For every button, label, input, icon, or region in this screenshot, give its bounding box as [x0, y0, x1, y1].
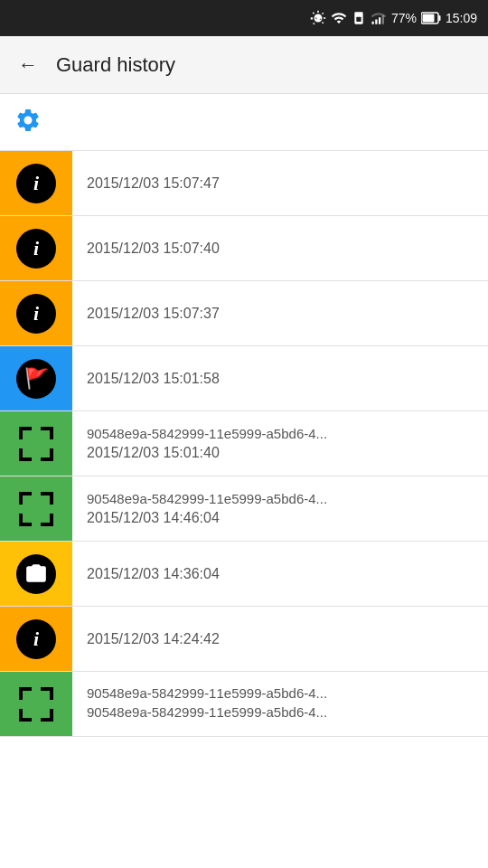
flag-icon: 🚩: [16, 359, 56, 399]
item-icon-col: i: [0, 607, 72, 671]
item-content: 2015/12/03 14:24:42: [72, 607, 488, 671]
list-item[interactable]: 2015/12/03 14:36:04: [0, 542, 488, 607]
item-content: 2015/12/03 15:07:37: [72, 281, 488, 345]
info-icon: i: [16, 229, 56, 269]
svg-rect-2: [371, 22, 373, 24]
item-icon-col: [0, 672, 72, 736]
nav-bar: ← Guard history: [0, 36, 488, 94]
item-icon-col: i: [0, 151, 72, 215]
item-timestamp: 2015/12/03 15:07:40: [87, 241, 474, 257]
item-timestamp: 2015/12/03 15:07:37: [87, 306, 474, 322]
camera-icon: [16, 554, 56, 594]
list-item[interactable]: i2015/12/03 14:24:42: [0, 607, 488, 672]
item-content: 2015/12/03 14:36:04: [72, 542, 488, 606]
item-timestamp: 2015/12/03 14:24:42: [87, 631, 474, 647]
status-icons: 77% 15:09: [310, 10, 477, 26]
battery-text: 77%: [391, 11, 417, 25]
item-icon-col: [0, 542, 72, 606]
svg-rect-1: [356, 17, 361, 22]
svg-rect-8: [422, 14, 434, 23]
status-time: 15:09: [446, 11, 477, 25]
item-uuid: 90548e9a-5842999-11e5999-a5bd6-4...: [87, 426, 474, 441]
item-timestamp: 2015/12/03 14:36:04: [87, 566, 474, 582]
scan-icon: [16, 684, 56, 724]
list-item[interactable]: i2015/12/03 15:07:40: [0, 216, 488, 281]
list-item[interactable]: 90548e9a-5842999-11e5999-a5bd6-4...2015/…: [0, 476, 488, 542]
history-list: i2015/12/03 15:07:47i2015/12/03 15:07:40…: [0, 151, 488, 737]
item-timestamp: 2015/12/03 15:07:47: [87, 175, 474, 192]
list-item[interactable]: i2015/12/03 15:07:37: [0, 281, 488, 346]
info-icon: i: [16, 619, 56, 659]
scan-icon: [16, 424, 56, 464]
list-item[interactable]: i2015/12/03 15:07:47: [0, 151, 488, 216]
svg-rect-5: [382, 15, 384, 24]
item-uuid: 90548e9a-5842999-11e5999-a5bd6-4...: [87, 685, 474, 701]
item-content: 90548e9a-5842999-11e5999-a5bd6-4...2015/…: [72, 411, 488, 476]
item-icon-col: [0, 411, 72, 476]
item-timestamp: 2015/12/03 15:01:40: [87, 445, 474, 461]
item-icon-col: i: [0, 216, 72, 280]
scan-icon: [16, 489, 56, 529]
list-item[interactable]: 🚩2015/12/03 15:01:58: [0, 346, 488, 411]
item-uuid: 90548e9a-5842999-11e5999-a5bd6-4...: [87, 491, 474, 506]
item-timestamp: 2015/12/03 14:46:04: [87, 510, 474, 526]
item-icon-col: i: [0, 281, 72, 345]
settings-row: [0, 94, 488, 151]
svg-rect-3: [375, 20, 377, 24]
svg-point-9: [42, 566, 46, 570]
item-content: 2015/12/03 15:01:58: [72, 346, 488, 410]
item-icon-col: 🚩: [0, 346, 72, 410]
list-item[interactable]: 90548e9a-5842999-11e5999-a5bd6-4...2015/…: [0, 411, 488, 476]
item-content: 2015/12/03 15:07:40: [72, 216, 488, 280]
svg-rect-4: [379, 17, 380, 24]
page-title: Guard history: [56, 53, 175, 77]
list-item[interactable]: 90548e9a-5842999-11e5999-a5bd6-4...90548…: [0, 672, 488, 737]
info-icon: i: [16, 294, 56, 334]
info-icon: i: [16, 164, 56, 203]
back-button[interactable]: ←: [14, 50, 42, 80]
svg-rect-7: [438, 15, 440, 21]
item-content: 2015/12/03 15:07:47: [72, 151, 488, 215]
item-content: 90548e9a-5842999-11e5999-a5bd6-4...90548…: [72, 672, 488, 736]
item-uuid-only: 90548e9a-5842999-11e5999-a5bd6-4...: [87, 704, 474, 720]
item-timestamp: 2015/12/03 15:01:58: [87, 371, 474, 387]
status-bar: 77% 15:09: [0, 0, 488, 36]
gear-icon[interactable]: [14, 107, 42, 134]
item-icon-col: [0, 476, 72, 541]
item-content: 90548e9a-5842999-11e5999-a5bd6-4...2015/…: [72, 476, 488, 541]
